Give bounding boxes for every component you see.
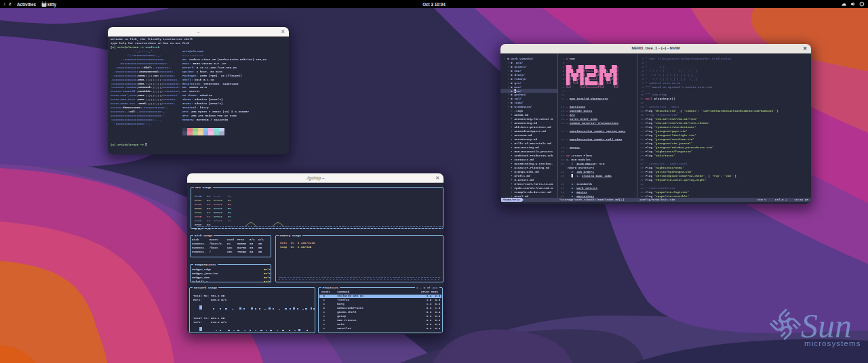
- svg-text:microsystems: microsystems: [804, 339, 861, 347]
